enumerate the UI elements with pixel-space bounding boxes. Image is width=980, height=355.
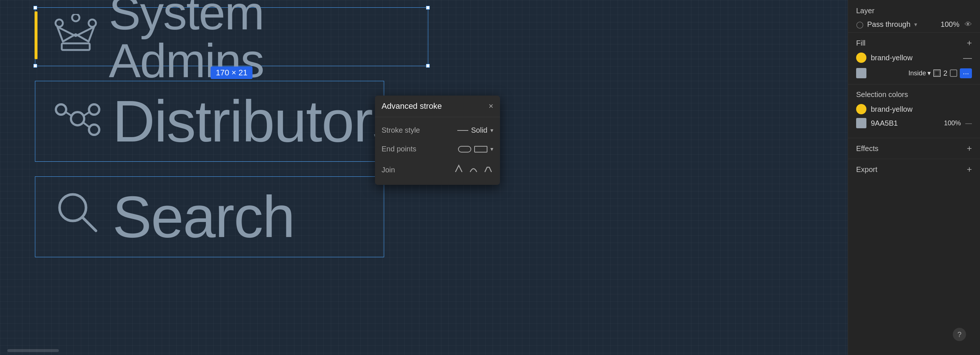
system-admins-title: System Admins xyxy=(109,0,417,84)
join-round-button[interactable] xyxy=(468,164,479,176)
stroke-style-row: Stroke style Solid ▾ xyxy=(375,121,500,140)
layer-opacity[interactable]: 100% xyxy=(941,20,959,29)
stroke-style-arrow: ▾ xyxy=(490,127,493,134)
group-distributors[interactable]: Distributors xyxy=(35,81,384,162)
blend-mode-arrow[interactable]: ▾ xyxy=(914,21,917,28)
stroke-inside-arrow: ▾ xyxy=(928,69,931,77)
crown-icon xyxy=(54,14,98,59)
fill-color-row: brand-yellow — xyxy=(856,53,972,63)
blend-mode-label[interactable]: Pass through xyxy=(867,20,910,29)
stroke-inside-label: Inside xyxy=(908,70,926,77)
effects-title: Effects xyxy=(856,145,878,153)
effects-add-button[interactable]: + xyxy=(967,144,972,153)
sel-color-name-1[interactable]: 9AA5B1 xyxy=(871,119,938,127)
layer-row: ◯ Pass through ▾ 100% 👁 xyxy=(856,20,972,29)
join-icons xyxy=(453,164,493,176)
join-miter-button[interactable] xyxy=(453,164,464,176)
popup-close-button[interactable]: × xyxy=(488,102,493,110)
handle-bl[interactable] xyxy=(33,64,37,68)
handle-br[interactable] xyxy=(426,64,430,68)
selection-colors-title: Selection colors xyxy=(856,91,972,99)
stroke-row: Inside ▾ 2 ··· xyxy=(856,68,972,78)
layer-section-title: Layer xyxy=(856,6,972,15)
svg-rect-15 xyxy=(950,70,957,76)
svg-point-6 xyxy=(89,104,99,115)
endpoint-shape-round[interactable] xyxy=(458,146,471,153)
join-bevel-button[interactable] xyxy=(483,164,493,176)
fill-header: Fill + xyxy=(856,38,972,48)
canvas: System Admins 170 × 21 Distributors xyxy=(0,0,848,355)
export-title: Export xyxy=(856,166,877,174)
stroke-line-icon xyxy=(457,130,468,131)
selection-colors-section: Selection colors brand-yellow 9AA5B1 100… xyxy=(848,84,980,138)
end-points-row: End points ▾ xyxy=(375,140,500,158)
svg-point-7 xyxy=(89,124,99,135)
stroke-align-icon xyxy=(933,69,941,77)
stroke-more-button[interactable]: ··· xyxy=(960,68,972,78)
group-search[interactable]: Search xyxy=(35,177,384,257)
fill-title: Fill xyxy=(856,39,865,48)
svg-rect-14 xyxy=(935,71,939,75)
search-title: Search xyxy=(113,188,294,246)
svg-line-10 xyxy=(83,123,89,127)
dimension-label: 170 × 21 xyxy=(211,67,253,79)
handle-tr[interactable] xyxy=(426,6,430,10)
fill-color-name[interactable]: brand-yellow xyxy=(871,54,959,62)
sel-color-row-0: brand-yellow xyxy=(856,104,972,114)
sel-dash-1: — xyxy=(965,119,972,127)
fill-section: Fill + brand-yellow — Inside ▾ 2 xyxy=(848,33,980,84)
fill-color-swatch[interactable] xyxy=(856,53,866,63)
end-points-control[interactable]: ▾ xyxy=(458,145,493,153)
stroke-edit-icon xyxy=(950,69,958,77)
stroke-inside-button[interactable]: Inside ▾ xyxy=(908,69,931,77)
svg-point-2 xyxy=(89,19,96,27)
svg-line-9 xyxy=(83,112,89,116)
sel-color-row-1: 9AA5B1 100% — xyxy=(856,118,972,128)
endpoint-shape-flat[interactable] xyxy=(474,146,487,153)
layer-right: 100% 👁 xyxy=(941,20,972,29)
popup-header: Advanced stroke × xyxy=(375,96,500,117)
export-section: Export + xyxy=(848,159,980,180)
stroke-style-control[interactable]: Solid ▾ xyxy=(457,126,493,134)
right-panel: Layer ◯ Pass through ▾ 100% 👁 Fill + bra… xyxy=(848,0,980,355)
stroke-number[interactable]: 2 xyxy=(943,69,947,78)
stroke-style-value: Solid xyxy=(471,126,487,134)
sel-swatch-1[interactable] xyxy=(856,118,866,128)
join-row: Join xyxy=(375,158,500,181)
group-system-admins[interactable]: System Admins 170 × 21 xyxy=(35,7,428,66)
export-row: Export + xyxy=(856,165,972,174)
fill-add-button[interactable]: + xyxy=(967,38,972,48)
sel-swatch-0[interactable] xyxy=(856,104,866,114)
sel-color-name-0[interactable]: brand-yellow xyxy=(871,105,972,113)
help-button[interactable]: ? xyxy=(953,328,966,341)
svg-rect-3 xyxy=(62,43,90,50)
distributors-title: Distributors xyxy=(113,92,401,151)
canvas-scrollbar[interactable] xyxy=(7,349,59,352)
stroke-color-swatch[interactable] xyxy=(856,68,866,78)
hub-icon xyxy=(54,95,102,148)
svg-line-8 xyxy=(66,112,72,116)
yellow-bar xyxy=(35,11,38,59)
end-points-label: End points xyxy=(382,145,417,153)
popup-title: Advanced stroke xyxy=(382,102,442,111)
layer-section: Layer ◯ Pass through ▾ 100% 👁 xyxy=(848,0,980,33)
effects-section: Effects + xyxy=(848,138,980,159)
svg-point-0 xyxy=(56,19,63,27)
export-add-button[interactable]: + xyxy=(967,165,972,174)
svg-point-5 xyxy=(56,104,66,115)
blend-mode-icon: ◯ xyxy=(856,21,864,29)
endpoint-arrow: ▾ xyxy=(490,145,493,153)
fill-remove-icon[interactable]: — xyxy=(963,53,972,62)
join-label: Join xyxy=(382,166,395,174)
svg-line-12 xyxy=(83,218,96,231)
layer-left: ◯ Pass through ▾ xyxy=(856,20,917,29)
eye-icon[interactable]: 👁 xyxy=(964,20,972,29)
handle-tl[interactable] xyxy=(33,6,37,10)
svg-point-1 xyxy=(72,14,80,21)
sel-pct-1: 100% xyxy=(942,119,961,127)
stroke-style-label: Stroke style xyxy=(382,126,420,134)
search-icon-large xyxy=(54,188,102,245)
advanced-stroke-popup: Advanced stroke × Stroke style Solid ▾ E… xyxy=(375,96,500,185)
effects-row: Effects + xyxy=(856,144,972,153)
svg-point-4 xyxy=(71,112,84,125)
